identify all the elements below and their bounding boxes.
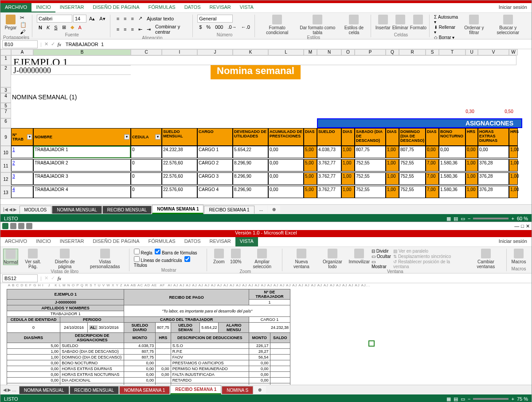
tab-recibo-mensual[interactable]: RECIBO MENSUAL bbox=[102, 206, 152, 214]
cell-styles-button[interactable]: Estilos de celda bbox=[340, 15, 368, 35]
window-close-icon[interactable]: ✕ bbox=[526, 223, 530, 229]
sync-scroll-button[interactable]: ⇅ Desplazamiento sincrónico bbox=[393, 254, 466, 259]
tab2-more[interactable]: … bbox=[12, 387, 16, 392]
menu2-revisar[interactable]: REVISAR bbox=[205, 237, 235, 246]
menu-formulas[interactable]: FÓRMULAS bbox=[144, 3, 180, 12]
window-max-icon[interactable]: □ bbox=[521, 223, 524, 229]
zoom-button[interactable]: Zoom bbox=[211, 249, 227, 264]
align-right-icon[interactable]: ≡ bbox=[129, 26, 135, 33]
font-name-input[interactable] bbox=[37, 15, 72, 23]
view-layout-button[interactable]: Diseño de página bbox=[48, 249, 82, 269]
bold-button[interactable]: N bbox=[37, 24, 44, 31]
table-row[interactable]: 12 3 TRABAJADOR 3 0 22.576,60 CARGO 3 8.… bbox=[0, 172, 532, 186]
menu2-formulas[interactable]: FÓRMULAS bbox=[144, 237, 180, 246]
autosum-button[interactable]: Σ Autosuma ▾ bbox=[434, 15, 458, 24]
orientation-icon[interactable]: ↗ bbox=[137, 15, 144, 22]
tab2-nomina-s[interactable]: NOMINA S bbox=[222, 386, 253, 394]
filter-cedula[interactable]: ▾ bbox=[155, 134, 160, 140]
font-size-input[interactable] bbox=[73, 15, 86, 23]
macros-button[interactable]: Macros bbox=[511, 249, 526, 264]
enter-fx2-icon[interactable]: ✓ bbox=[51, 275, 55, 281]
indent-dec-icon[interactable]: ⇤ bbox=[137, 26, 144, 33]
tab2-recibo-mensual[interactable]: RECIBO MENSUAL bbox=[70, 386, 119, 394]
tab-nav-prev[interactable]: ◀ bbox=[9, 207, 12, 212]
inc-decimal-icon[interactable]: .0→ bbox=[226, 23, 238, 31]
wrap-text-button[interactable]: Ajustar texto bbox=[145, 15, 176, 22]
merge-button[interactable]: Combinar y centrar bbox=[153, 23, 190, 35]
undo-icon[interactable] bbox=[18, 223, 24, 229]
menu-insertar[interactable]: INSERTAR bbox=[55, 3, 89, 12]
tab-nomina-mensual[interactable]: NOMINA MENSUAL bbox=[52, 206, 102, 214]
align-bot-icon[interactable]: ≡ bbox=[129, 15, 135, 22]
view-break-icon[interactable]: ▭ bbox=[461, 216, 465, 222]
menu2-diseno[interactable]: DISEÑO DE PÁGINA bbox=[88, 237, 144, 246]
table-row[interactable]: 11 2 TRABAJADOR 2 0 22.576,60 CARGO 2 8.… bbox=[0, 159, 532, 172]
percent-icon[interactable]: % bbox=[204, 23, 212, 31]
align-center-icon[interactable]: ≡ bbox=[122, 26, 128, 33]
underline-button[interactable]: S bbox=[52, 24, 59, 31]
zoom2-in-icon[interactable]: + bbox=[511, 396, 514, 402]
menu2-inicio[interactable]: INICIO bbox=[31, 237, 55, 246]
iniciar-sesion[interactable]: Iniciar sesión bbox=[494, 3, 532, 12]
zoom2-slider[interactable] bbox=[473, 398, 509, 400]
redo-icon[interactable] bbox=[26, 223, 32, 229]
dec-decimal-icon[interactable]: ←.0 bbox=[239, 23, 252, 31]
menu-revisar[interactable]: REVISAR bbox=[205, 3, 235, 12]
zoom2-label[interactable]: 75 % bbox=[517, 396, 528, 402]
tab2-recibo-semana1[interactable]: RECIBO SEMANA 1 bbox=[170, 385, 221, 394]
delete-cells-button[interactable]: Eliminar bbox=[392, 15, 408, 30]
table-row[interactable]: 10 1 TRABAJADOR 1 0 24.232,38 CARGO 1 5.… bbox=[0, 146, 532, 159]
menu-inicio[interactable]: INICIO bbox=[31, 3, 55, 12]
align-mid-icon[interactable]: ≡ bbox=[122, 15, 128, 22]
chk-ruler[interactable] bbox=[134, 249, 140, 254]
table-row[interactable]: 13 4 TRABAJADOR 4 0 22.576,60 CARGO 4 8.… bbox=[0, 186, 532, 199]
sort-filter-button[interactable]: Ordenar y filtrar bbox=[460, 15, 488, 35]
tab-nav-next[interactable]: ▶ bbox=[13, 207, 17, 212]
side-by-side-button[interactable]: ▤ Ver en paralelo bbox=[393, 249, 466, 254]
zoom-in-icon[interactable]: + bbox=[511, 216, 514, 221]
show-button[interactable]: ▭ Mostrar bbox=[372, 259, 391, 269]
filter-ntrab[interactable]: ▾ bbox=[27, 134, 32, 140]
insert-cells-button[interactable]: Insertar bbox=[376, 15, 391, 30]
tab2-nomina-mensual[interactable]: NOMINA MENSUAL bbox=[19, 386, 69, 394]
border-button[interactable]: ⊞ bbox=[60, 23, 68, 31]
menu-archivo[interactable]: ARCHIVO bbox=[0, 3, 31, 12]
cut-icon[interactable]: ✂ bbox=[20, 15, 27, 21]
view-normal-button[interactable]: Normal bbox=[3, 249, 18, 265]
chk-headings[interactable] bbox=[184, 256, 190, 262]
switch-windows-button[interactable]: Cambiar ventanas bbox=[468, 249, 504, 269]
name-box[interactable] bbox=[2, 40, 38, 48]
decrease-font-icon[interactable]: A▾ bbox=[98, 15, 107, 23]
view-custom-button[interactable]: Vistas personalizadas bbox=[84, 249, 126, 269]
indent-inc-icon[interactable]: ⇥ bbox=[145, 26, 153, 33]
cancel-formula-icon[interactable]: ✕ bbox=[44, 41, 48, 47]
tab-add[interactable]: ⊕ bbox=[268, 206, 280, 213]
find-select-button[interactable]: Buscar y seleccionar bbox=[489, 15, 526, 35]
align-top-icon[interactable]: ≡ bbox=[115, 15, 121, 22]
freeze-button[interactable]: Inmovilizar bbox=[349, 249, 370, 264]
arrange-button[interactable]: Organizar todo bbox=[318, 249, 347, 269]
font-color-button[interactable]: A bbox=[77, 24, 83, 31]
name-box-2[interactable] bbox=[2, 274, 38, 282]
format-cells-button[interactable]: Formato bbox=[410, 15, 426, 30]
increase-font-icon[interactable]: A▴ bbox=[87, 15, 97, 23]
paste-button[interactable]: Pegar bbox=[3, 15, 18, 30]
cancel-fx2-icon[interactable]: ✕ bbox=[44, 275, 48, 281]
currency-icon[interactable]: $ bbox=[197, 23, 203, 31]
fx-icon[interactable]: fx bbox=[58, 42, 61, 47]
chk-gridlines[interactable] bbox=[134, 256, 140, 262]
menu2-archivo[interactable]: ARCHIVO bbox=[0, 237, 31, 246]
menu2-vista[interactable]: VISTA bbox=[235, 237, 258, 246]
hide-button[interactable]: ▭ Ocultar bbox=[372, 254, 391, 259]
zoom-label[interactable]: 60 % bbox=[517, 216, 528, 221]
brush-icon[interactable]: 🖌 bbox=[20, 29, 27, 35]
tab2-nomina-semana1[interactable]: NOMINA SEMANA 1 bbox=[119, 386, 170, 394]
menu2-insertar[interactable]: INSERTAR bbox=[55, 237, 89, 246]
view-normal-icon[interactable]: ▦ bbox=[446, 216, 451, 222]
split-button[interactable]: ⊟ Dividir bbox=[372, 249, 391, 254]
view2-normal-icon[interactable]: ▦ bbox=[446, 396, 451, 402]
chk-formula-bar[interactable] bbox=[155, 249, 160, 254]
zoom-slider[interactable] bbox=[473, 218, 509, 219]
menu-datos[interactable]: DATOS bbox=[180, 3, 205, 12]
menu-diseno[interactable]: DISEÑO DE PÁGINA bbox=[88, 3, 144, 12]
